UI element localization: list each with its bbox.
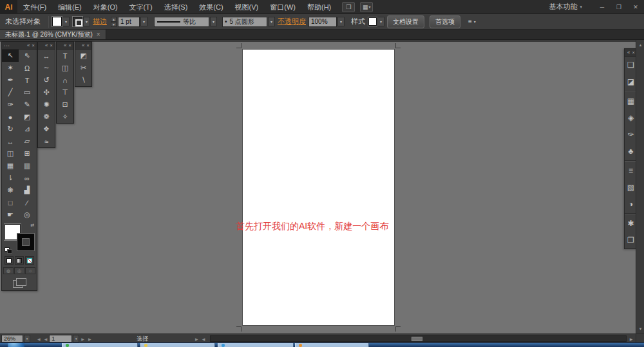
vertical-area-type-tool[interactable]: ⊡	[57, 98, 73, 111]
menu-view[interactable]: 视图(V)	[229, 0, 265, 14]
collapse-panel-icon[interactable]: «	[45, 42, 48, 48]
taskbar-app-button[interactable]	[140, 343, 215, 347]
status-flyout-icon[interactable]: ▶	[193, 337, 200, 341]
previous-artboard-icon[interactable]: ◀	[43, 337, 50, 341]
draw-normal-button[interactable]: ◍	[3, 267, 14, 274]
collapse-panel-icon[interactable]: «	[82, 42, 84, 48]
blob-brush-tool[interactable]: ●	[2, 111, 19, 123]
menu-effect[interactable]: 效果(C)	[193, 0, 229, 14]
stroke-color-swatch[interactable]	[73, 17, 82, 26]
scissors-tool[interactable]: ✂	[76, 62, 91, 74]
column-graph-tool[interactable]: ▟	[19, 184, 35, 196]
shape-builder-tool[interactable]: ◫	[2, 147, 19, 160]
panel-grip[interactable]: ▪▪▪	[4, 44, 10, 48]
close-panel-icon[interactable]: ×	[32, 42, 35, 48]
stroke-weight-dropdown[interactable]: ▾	[140, 17, 147, 26]
taskbar-app-button[interactable]	[295, 343, 369, 347]
stroke-color-dropdown[interactable]: ▾	[83, 17, 90, 26]
brush-definition-caret[interactable]: ▾	[268, 17, 275, 26]
touch-type-tool[interactable]: ✧	[57, 111, 73, 123]
eraser-tool[interactable]: ◩	[19, 111, 35, 123]
type-tool[interactable]: T	[57, 50, 73, 62]
workspace-switcher[interactable]: 基本功能 ▾	[544, 2, 587, 12]
line-segment-tool[interactable]: ╱	[2, 86, 19, 98]
fill-color-swatch[interactable]	[52, 17, 62, 26]
close-dock-icon[interactable]: ×	[632, 50, 635, 55]
artboard-number-field[interactable]: 1	[49, 335, 72, 342]
close-panel-icon[interactable]: ×	[86, 42, 90, 48]
width-tool[interactable]: ↔	[39, 50, 54, 62]
pucker-tool[interactable]: ✣	[39, 86, 54, 98]
stroke-weight-stepper[interactable]: ▲▼	[111, 17, 117, 27]
artboard-tool[interactable]: □	[2, 196, 19, 209]
next-artboard-icon[interactable]: ▶	[79, 337, 86, 341]
bloat-tool[interactable]: ✺	[39, 98, 54, 111]
perspective-grid-tool[interactable]: ⊞	[19, 147, 35, 160]
document-tab[interactable]: 未标题-1 @ 26% (CMYK/预览) ×	[0, 30, 106, 39]
width-profile-dropdown[interactable]: 等比	[154, 17, 209, 27]
blend-tool[interactable]: ∞	[19, 172, 35, 184]
artboard-number-dropdown[interactable]: ▾	[73, 335, 79, 342]
gradient-tool[interactable]: ▥	[19, 160, 35, 172]
document-setup-button[interactable]: 文档设置	[387, 15, 424, 28]
minimize-button[interactable]: ─	[594, 0, 611, 14]
eyedropper-tool[interactable]: ⇂	[2, 172, 19, 184]
menu-file[interactable]: 文件(F)	[17, 0, 52, 14]
menu-window[interactable]: 窗口(W)	[264, 0, 301, 14]
close-button[interactable]: ✕	[627, 0, 644, 14]
preferences-button[interactable]: 首选项	[430, 15, 460, 28]
slice-tool[interactable]: ∕	[19, 196, 35, 209]
style-dropdown[interactable]: ▾	[377, 17, 384, 26]
tab-close-icon[interactable]: ×	[97, 31, 100, 38]
opacity-dropdown[interactable]: ▾	[337, 17, 345, 26]
scallop-tool[interactable]: ❁	[39, 111, 54, 123]
gradient-button[interactable]	[15, 256, 24, 265]
scale-tool[interactable]: ⊿	[19, 123, 35, 135]
draw-inside-button[interactable]: ○	[25, 267, 35, 274]
menu-edit[interactable]: 编辑(E)	[52, 0, 88, 14]
expand-dock-icon[interactable]: «	[627, 50, 630, 55]
taskbar-app-button[interactable]	[62, 343, 138, 347]
brush-definition-dropdown[interactable]: • 5 点圆形	[222, 17, 267, 27]
width-profile-caret[interactable]: ▾	[210, 17, 217, 26]
close-panel-icon[interactable]: ×	[68, 42, 71, 48]
first-artboard-icon[interactable]: ◀	[35, 337, 43, 341]
zoom-level-dropdown[interactable]: ▾	[24, 335, 30, 342]
selection-tool[interactable]: ↖	[2, 50, 19, 62]
magic-wand-tool[interactable]: ✶	[2, 62, 19, 74]
bridge-button[interactable]: ❒	[342, 2, 355, 12]
fill-color-dropdown[interactable]: ▾	[62, 17, 70, 26]
crystallize-tool[interactable]: ❖	[39, 123, 54, 135]
type-on-path-tool[interactable]: ∩	[57, 74, 73, 86]
rectangle-tool[interactable]: ▭	[19, 86, 35, 98]
none-button[interactable]	[25, 256, 34, 265]
style-swatch[interactable]	[368, 17, 377, 26]
knife-tool[interactable]: ∖	[76, 74, 91, 86]
rotate-tool[interactable]: ↻	[2, 123, 19, 135]
taskbar-app-button[interactable]	[218, 343, 294, 347]
direct-selection-tool[interactable]: ⇖	[19, 50, 35, 62]
free-transform-tool[interactable]: ▱	[19, 135, 35, 147]
menu-select[interactable]: 选择(S)	[158, 0, 194, 14]
color-button[interactable]	[5, 256, 14, 265]
scroll-down-icon[interactable]: ▼	[636, 324, 644, 333]
stroke-swatch[interactable]	[17, 234, 34, 250]
control-panel-menu-button[interactable]: ≡ ▾	[468, 18, 476, 25]
draw-behind-button[interactable]: ◎	[14, 267, 24, 274]
opacity-field[interactable]: 100%	[308, 17, 337, 27]
twirl-tool[interactable]: ↺	[39, 74, 54, 86]
vertical-type-tool[interactable]: ⊤	[57, 86, 73, 98]
stroke-weight-field[interactable]: 1 pt	[118, 17, 140, 27]
area-type-tool[interactable]: ◫	[57, 62, 73, 74]
symbol-sprayer-tool[interactable]: ❋	[2, 184, 19, 196]
type-tool[interactable]: T	[19, 74, 35, 86]
default-fill-stroke-icon[interactable]	[5, 247, 12, 254]
pen-tool[interactable]: ✒	[2, 74, 19, 86]
scroll-left-icon[interactable]: ◀	[200, 337, 207, 341]
start-orb[interactable]	[8, 342, 24, 347]
eraser-tool[interactable]: ◩	[76, 50, 91, 62]
menu-object[interactable]: 对象(O)	[88, 0, 124, 14]
lasso-tool[interactable]: Ω	[19, 62, 35, 74]
mesh-tool[interactable]: ▦	[2, 160, 19, 172]
warp-tool[interactable]: ∼	[39, 62, 54, 74]
